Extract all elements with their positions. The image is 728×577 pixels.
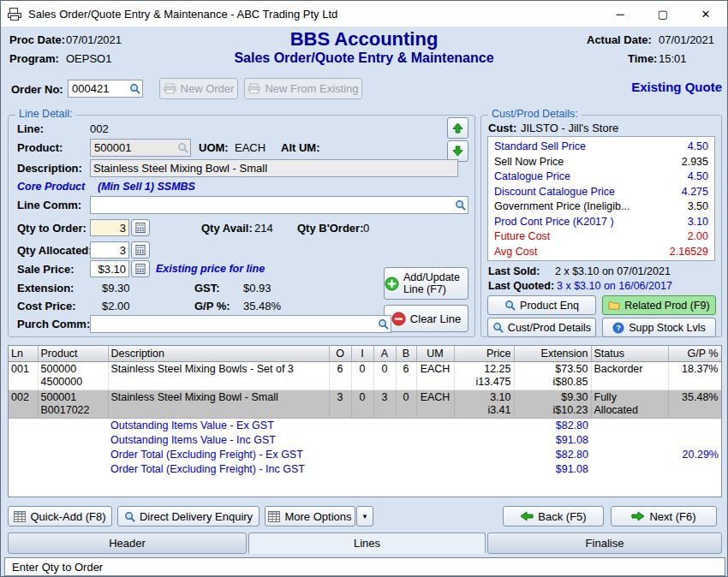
cell-b: 0 [396, 390, 416, 419]
clear-line-label: Clear Line [410, 312, 461, 325]
sale-price-input[interactable] [90, 260, 129, 277]
question-icon: ? [612, 322, 624, 334]
qty-border-label: Qty B'Order: [297, 222, 364, 235]
qty-allocated-calc-button[interactable] [131, 241, 150, 259]
cell-o: 6 [329, 362, 351, 390]
new-from-existing-button[interactable]: New From Existing [244, 78, 362, 99]
minimize-icon[interactable]: ─ [599, 1, 641, 27]
close-icon[interactable]: ✕ [684, 1, 727, 27]
grid-header-row: Ln Product Description O I A B UM Price … [9, 346, 721, 362]
order-line-row-2[interactable]: 002 500001B0017022 Stainless Steel Mixin… [9, 390, 721, 419]
purch-comm-field[interactable] [90, 315, 391, 333]
col-ln[interactable]: Ln [9, 346, 38, 362]
qty-to-order-input[interactable] [90, 219, 129, 236]
price-value: 4.50 [688, 140, 708, 155]
price-value: 4.275 [682, 185, 708, 200]
direct-delivery-button[interactable]: Direct Delivery Enquiry [117, 506, 260, 526]
more-options-dropdown-button[interactable]: ▼ [356, 506, 373, 526]
summary-value: $91.08 [514, 462, 591, 477]
page-subtitle: Sales Order/Quote Entry & Maintenance [1, 51, 727, 66]
arrow-left-icon [520, 511, 534, 521]
price-label: Standard Sell Price [494, 140, 586, 155]
cell-um: EACH [416, 362, 454, 390]
more-options-button[interactable]: More Options [265, 506, 355, 526]
back-button[interactable]: Back (F5) [503, 506, 604, 526]
window-title: Sales Order/Quote Entry & Maintenance - … [28, 8, 337, 21]
gst-label: GST: [194, 282, 220, 294]
cell-description: Stainless Steel Mixing Bowl - Small [108, 390, 329, 419]
product-value: 500001 [94, 141, 177, 154]
cell-extension: $73.50i$80.85 [514, 362, 591, 390]
price-row: Prod Cont Price (K2017 )3.10 [494, 215, 708, 230]
description-label: Description: [17, 162, 82, 175]
quick-add-button[interactable]: Quick-Add (F8) [8, 506, 112, 526]
actual-date-value: 07/01/2021 [659, 33, 714, 46]
col-price[interactable]: Price [454, 346, 514, 362]
search-icon[interactable] [455, 199, 466, 211]
col-a[interactable]: A [373, 346, 396, 362]
related-prod-button[interactable]: Related Prod (F9) [602, 295, 716, 315]
statusbar: Enter Qty to Order [4, 557, 725, 576]
col-status[interactable]: Status [591, 346, 668, 362]
tab-lines[interactable]: Lines [248, 532, 486, 554]
qty-allocated-input[interactable] [90, 241, 129, 259]
new-order-button[interactable]: New Order [159, 78, 238, 99]
add-update-line-button[interactable]: Add/Update Line (F7) [384, 267, 468, 300]
tab-header-label: Header [109, 537, 146, 550]
price-row: Government Price (Ineligib...3.50 [494, 199, 708, 215]
summary-gp: 20.29% [668, 448, 721, 462]
add-update-line-label: Add/Update Line (F7) [403, 271, 468, 295]
product-field[interactable]: 500001 [90, 139, 191, 157]
price-label: Government Price (Ineligib... [494, 199, 630, 215]
app-icon [8, 8, 21, 21]
cost-price-value: $2.00 [102, 300, 130, 312]
search-icon[interactable] [129, 83, 140, 94]
calculator-icon [135, 223, 146, 233]
gp-value: 35.48% [243, 300, 281, 312]
calculator-icon [135, 264, 146, 274]
tab-header[interactable]: Header [8, 532, 247, 554]
price-value: 2.935 [682, 155, 708, 170]
new-order-icon [164, 83, 176, 94]
summary-value: $82.80 [514, 419, 591, 434]
col-b[interactable]: B [396, 346, 416, 362]
col-i[interactable]: I [351, 346, 373, 362]
col-description[interactable]: Description [108, 346, 329, 362]
min-sell-note: (Min Sell 1) SSMBS [98, 181, 195, 193]
order-no-field[interactable]: 000421 [68, 80, 143, 98]
line-comm-field[interactable] [90, 196, 468, 214]
window-controls: ─ ▢ ✕ [599, 1, 727, 27]
price-row: Future Cost2.00 [494, 229, 708, 245]
tab-finalise[interactable]: Finalise [487, 532, 722, 554]
line-label: Line: [17, 122, 44, 135]
description-field[interactable] [90, 159, 458, 177]
qty-to-order-calc-button[interactable] [131, 219, 150, 236]
clear-line-button[interactable]: Clear Line [384, 305, 468, 332]
maximize-icon[interactable]: ▢ [641, 1, 684, 27]
cust-prod-details-button[interactable]: Cust/Prod Details [487, 318, 596, 337]
col-extension[interactable]: Extension [514, 346, 591, 362]
quick-add-label: Quick-Add (F8) [30, 510, 105, 523]
product-enq-button[interactable]: Product Enq [487, 295, 596, 315]
col-product[interactable]: Product [38, 346, 108, 362]
supp-stock-button[interactable]: ? Supp Stock Lvls [602, 318, 716, 337]
summary-gp [668, 462, 721, 477]
actual-date-label: Actual Date: [587, 33, 652, 46]
line-up-button[interactable] [447, 117, 468, 139]
col-gp[interactable]: G/P % [668, 346, 721, 362]
summary-gp [668, 419, 721, 434]
sale-price-calc-button[interactable] [131, 260, 150, 277]
col-um[interactable]: UM [416, 346, 454, 362]
summary-row: Order Total (Excluding Freight) - Ex GST… [9, 448, 721, 462]
cell-ln: 001 [9, 362, 38, 390]
price-label: Future Cost [494, 229, 550, 245]
next-button[interactable]: Next (F6) [611, 506, 717, 526]
grid-icon [268, 511, 280, 522]
price-label: Avg Cost [494, 245, 538, 260]
col-o[interactable]: O [329, 346, 351, 362]
core-product-note: Core Product [17, 181, 85, 193]
search-icon[interactable] [177, 142, 188, 153]
order-line-row-1[interactable]: 001 5000004500000 Stainless Steel Mixing… [9, 362, 721, 390]
search-icon[interactable] [378, 318, 389, 330]
more-options-label: More Options [284, 510, 351, 523]
